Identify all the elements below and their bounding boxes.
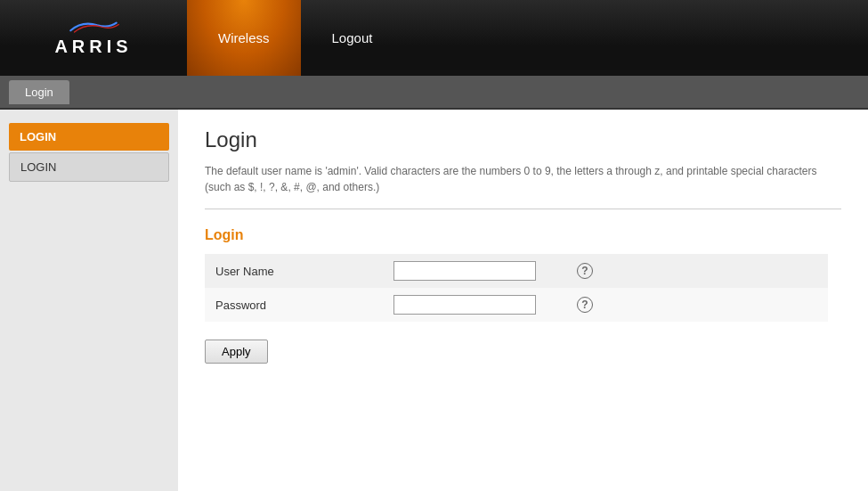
content-area: Login The default user name is 'admin'. … (178, 110, 868, 491)
sidebar-item-login-active[interactable]: LOGIN (9, 123, 169, 151)
main-layout: LOGIN LOGIN Login The default user name … (0, 110, 868, 491)
username-field-cell (383, 254, 561, 288)
arris-wordmark: ARRIS (54, 37, 132, 57)
page-title: Login (205, 127, 841, 152)
password-help-cell: ? (561, 288, 828, 322)
logo-area: ARRIS (0, 19, 187, 57)
username-help-icon[interactable]: ? (577, 263, 593, 279)
password-field-cell (383, 288, 561, 322)
username-input[interactable] (393, 261, 536, 281)
table-row: User Name ? (205, 254, 828, 288)
nav-tab-logout[interactable]: Logout (301, 0, 404, 76)
section-title: Login (205, 227, 841, 243)
header: ARRIS Wireless Logout (0, 0, 868, 76)
username-help-cell: ? (561, 254, 828, 288)
apply-button[interactable]: Apply (205, 340, 268, 364)
password-label: Password (205, 288, 383, 322)
main-nav: Wireless Logout (187, 0, 403, 76)
table-row: Password ? (205, 288, 828, 322)
sidebar-item-login[interactable]: LOGIN (9, 152, 169, 182)
login-form-table: User Name ? Password ? (205, 254, 828, 322)
password-input[interactable] (393, 295, 536, 315)
nav-tab-wireless[interactable]: Wireless (187, 0, 301, 76)
description-text: The default user name is 'admin'. Valid … (205, 163, 841, 209)
username-label: User Name (205, 254, 383, 288)
sidebar: LOGIN LOGIN (0, 110, 178, 491)
arris-logo: ARRIS (54, 19, 132, 57)
sub-header: Login (0, 76, 868, 110)
password-help-icon[interactable]: ? (577, 297, 593, 313)
breadcrumb-tab[interactable]: Login (9, 80, 69, 104)
arris-swoosh-icon (67, 19, 120, 35)
